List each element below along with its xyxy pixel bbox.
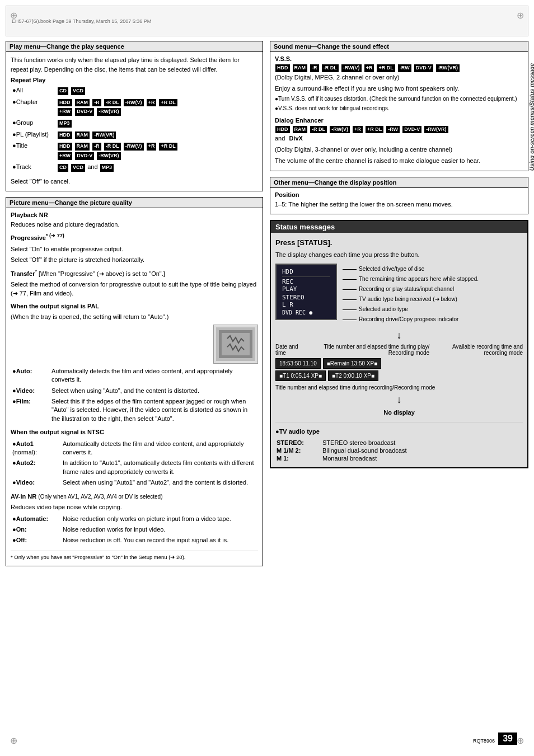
tv-audio-table: STEREO: STEREO stereo broadcast M 1/M 2:…: [275, 438, 407, 463]
play-menu-section: Play menu—Change the play sequence This …: [6, 41, 263, 191]
formats-track: CD VCD and MP3: [55, 162, 258, 173]
table-row: ●Track CD VCD and MP3: [11, 162, 258, 173]
bullet-all: ●All: [11, 85, 55, 97]
remain-box: ■Remain 13:50 XP■: [323, 358, 381, 369]
badge-prdl2: +R DL: [159, 143, 177, 151]
press-desc: The display changes each time you press …: [275, 250, 523, 260]
dialog-sub: (Dolby Digital, 3-channel or over only, …: [275, 145, 523, 154]
badge-dlg-rdl: -R DL: [310, 126, 327, 134]
position-text: 1–5: The higher the setting the lower th…: [275, 200, 523, 209]
bullet-track: ●Track: [11, 162, 55, 173]
table-row: ●Group MP3: [11, 118, 258, 129]
table-row: ●On: Noise reduction works for input vid…: [11, 524, 258, 535]
formats-title: HDD RAM -R -R DL -RW(V) +R +R DL +RW: [55, 140, 258, 161]
vss-note1: ●Turn V.S.S. off if it causes distortion…: [275, 95, 523, 103]
badge-hdd3: HDD: [58, 143, 72, 151]
tv-audio-header: ●TV audio type: [275, 427, 523, 436]
on-label: ●On:: [11, 524, 61, 535]
monitor-dvdrec: DVD REC ●: [282, 309, 330, 316]
page-number: 39: [498, 732, 517, 745]
table-row: ●Auto1 (normal): Automatically detects t…: [11, 439, 258, 458]
auto-text: Automatically detects the film and video…: [50, 366, 258, 386]
table-row: ●Video: Select when using "Auto", and th…: [11, 386, 258, 396]
vss-note2: ●V.S.S. does not work for bilingual reco…: [275, 105, 523, 112]
badge-vcd: VCD: [71, 87, 85, 95]
badge-dlg-rw: -RW: [386, 126, 400, 134]
on-text: Noise reduction works for input video.: [61, 524, 258, 535]
vss-formats: HDD RAM -R -R DL -RW(V) +R +R DL -RW DVD…: [275, 64, 523, 73]
dialog-header: Dialog Enhancer: [275, 117, 523, 124]
table-row: ●Title HDD RAM -R -R DL -RW(V) +R +R DL: [11, 140, 258, 161]
badge-dvdv: DVD-V: [75, 108, 94, 116]
table-row: ●Chapter HDD RAM -R -R DL -RW(V) +R +R D…: [11, 97, 258, 118]
time-row-2: ■T1 0:05.14 XP■ ■T2 0:00.10 XP■: [275, 370, 523, 381]
badge-rdl2: -R DL: [104, 143, 121, 151]
status-messages-section: Status messages Press [STATUS]. The disp…: [270, 220, 528, 468]
table-row: ●Film: Select this if the edges of the f…: [11, 396, 258, 424]
display-annotations: Selected drive/type of disc The remainin…: [343, 264, 479, 325]
pal-note: (When the tray is opened, the setting wi…: [11, 312, 258, 322]
video-label: ●Video:: [11, 386, 50, 396]
other-menu-title: Other menu—Change the display position: [270, 177, 528, 188]
no-display: No display: [275, 408, 523, 417]
progressive-footnote: * Only when you have set "Progressive" t…: [11, 551, 258, 561]
table-row: STEREO: STEREO stereo broadcast: [277, 439, 406, 446]
table-row: ●Auto: Automatically detects the film an…: [11, 366, 258, 386]
badge-vss-pr: +R: [364, 64, 374, 72]
badge-ram3: RAM: [75, 143, 90, 151]
progressive-sup: * (➜ 77): [46, 233, 64, 239]
recording-title-label: Title number and elapsed time during rec…: [275, 383, 523, 392]
monitor-lr: L R: [282, 301, 330, 308]
badge-r2: -R: [92, 143, 101, 151]
repeat-play-header: Repeat Play: [11, 77, 258, 83]
badge-dlg-rwv: -RW(V): [330, 126, 350, 134]
vss-sub: (Dolby Digital, MPEG, 2-channel or over …: [275, 73, 523, 82]
playback-nr-header: Playback NR: [11, 212, 258, 218]
badge-dlg-hdd: HDD: [275, 126, 290, 134]
vss-header: V.S.S.: [275, 55, 523, 62]
video2-text: Select when using "Auto1" and "Auto2", a…: [61, 477, 258, 488]
file-info: EH57-67(G).book Page 39 Thursday, March …: [12, 18, 151, 24]
table-row: M 1: Monaural broadcast: [277, 455, 406, 462]
badge-mp3: MP3: [58, 120, 72, 128]
bullet-group: ●Group: [11, 118, 55, 129]
badge-prw: +RW: [58, 108, 72, 116]
badge-rwvr3: -RW(VR): [97, 152, 120, 160]
auto2-label: ●Auto2:: [11, 458, 61, 477]
badge-vss-ram: RAM: [293, 64, 308, 72]
bottom-time-display: 18:53:50 11.10 ■Remain 13:50 XP■ ■T1 0:0…: [275, 358, 523, 381]
pal-options-table: ●Auto: Automatically detects the film an…: [11, 366, 258, 424]
formats-group: MP3: [55, 118, 258, 129]
time-box-1: 18:53:50 11.10: [275, 358, 321, 369]
badge-hdd2: HDD: [58, 132, 72, 139]
annotation-stereo: TV audio type being received (➜ below): [343, 295, 479, 304]
annotation-dvdrec: Recording drive/Copy progress indicator: [343, 315, 479, 324]
repeat-table: ●All CD VCD ●Chapter HDD: [11, 85, 258, 173]
automatic-text: Noise reduction only works on picture in…: [61, 514, 258, 524]
title-box-1: ■T1 0:05.14 XP■: [275, 370, 326, 381]
cancel-note: Select "Off" to cancel.: [11, 177, 258, 186]
vertical-tab-label: Using on-screen menus/Status message: [529, 63, 534, 171]
badge-vss-rwvr: -RW(VR): [436, 64, 460, 72]
corner-mark-tl: ⊕: [10, 10, 17, 21]
badge-rwvr: -RW(VR): [97, 108, 120, 116]
annotation-hdd: Selected drive/type of disc: [343, 265, 479, 274]
annotation-lr: Selected audio type: [343, 305, 479, 314]
annotation-play: Recording or play status/input channel: [343, 285, 479, 294]
badge-cd2: CD: [58, 164, 68, 172]
badge-vss-r: -R: [310, 64, 319, 72]
main-content: Play menu—Change the play sequence This …: [6, 41, 528, 566]
transfer-header: Transfer: [11, 270, 35, 276]
formats-pl: HDD RAM -RW(VR): [55, 129, 258, 141]
badge-cd: CD: [58, 87, 68, 95]
position-header: Position: [275, 191, 523, 198]
title-box-2: ■T2 0:00.10 XP■: [328, 370, 378, 381]
display-monitor: HDD REC PLAY STEREO L R DVD REC ●: [275, 264, 337, 320]
sound-menu-section: Sound menu—Change the sound effect V.S.S…: [270, 41, 528, 171]
play-menu-title: Play menu—Change the play sequence: [6, 41, 263, 52]
film-section: ●Auto: Automatically detects the film an…: [11, 323, 258, 424]
badge-prw2: +RW: [58, 152, 72, 160]
corner-mark-bl: ⊕: [10, 735, 17, 746]
bullet-chapter: ●Chapter: [11, 97, 55, 118]
left-column: Play menu—Change the play sequence This …: [6, 41, 263, 566]
